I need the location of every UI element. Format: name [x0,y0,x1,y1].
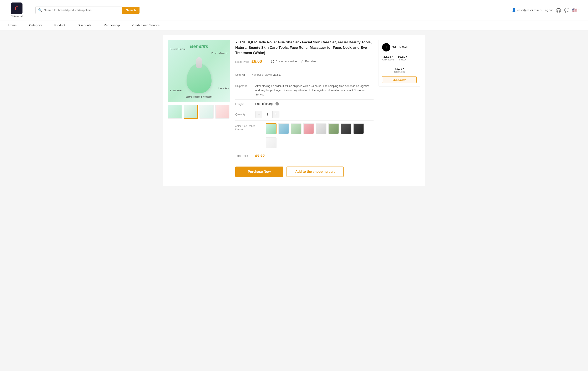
store-total-label: Total Sales [382,70,417,73]
nav-item-credit-loan[interactable]: Credit Loan Service [132,21,160,30]
tiktok-logo: ♪ [382,43,390,52]
main-product-image: Benefits Relieves Fatigue Prevents Wrink… [168,40,230,102]
freight-value-area: Free of charge i [255,102,279,106]
quantity-input[interactable]: 1 [262,111,273,118]
views-label: Number of views [252,73,272,76]
benefit-label-1: Relieves Fatigue [170,48,185,50]
logo-area: C Cdiscount [8,2,25,18]
retail-label: Retail Price [235,60,249,63]
shipment-value: After placing an order, it will be shipp… [255,84,374,97]
color-swatch-7[interactable] [341,123,351,134]
store-total: 71,777 Total Sales [382,64,417,73]
nav-item-category[interactable]: Category [29,21,42,30]
message-icon[interactable]: 💬 [564,8,569,13]
search-area: 🔍 Search [35,6,139,14]
total-label: Total Price [235,154,252,157]
all-products-label: All Products [382,58,394,61]
color-swatch-5[interactable] [316,123,326,134]
user-area: 👤 ceshi@ceshi.com or Log out [512,8,553,12]
stats-row: Sold 65 Number of views 27,827 [235,71,374,79]
flag-icon: 🇺🇸 [572,8,578,13]
logout-link[interactable]: Log out [544,9,553,12]
color-row: color : Ice Roller Green [235,121,374,151]
product-info: YLTNEUQER Jade Roller Gua Sha Set - Faci… [235,40,374,181]
nav-item-home[interactable]: Home [8,21,17,30]
chevron-down-icon: ▾ [578,9,580,12]
sold-stat: Sold 65 [235,73,245,76]
thumbnail-4[interactable] [215,105,230,119]
color-swatch-9[interactable] [266,137,276,148]
add-to-cart-button[interactable]: Add to the shopping cart [286,166,343,177]
nav-item-product[interactable]: Product [54,21,65,30]
color-swatch-1[interactable] [266,123,276,134]
search-icon: 🔍 [38,8,42,12]
user-email: ceshi@ceshi.com [517,9,539,12]
color-options [266,123,374,148]
visit-store-button[interactable]: Visit Store> [382,76,417,83]
customer-service-label: Customer service [276,60,297,63]
thumbnail-1[interactable] [168,105,182,119]
color-swatch-4[interactable] [303,123,314,134]
nav-item-partnership[interactable]: Partnership [104,21,120,30]
user-or: or [540,9,542,12]
headset-small-icon: 🎧 [270,59,274,63]
star-icon: ☆ [301,59,304,63]
favorites-link[interactable]: ☆ Favorites [301,59,316,63]
follow-label: Follow [398,58,407,61]
quantity-increase-button[interactable]: + [273,111,279,118]
follow-value: 10,697 [398,55,407,58]
freight-value: Free of charge [255,102,274,106]
color-swatch-3[interactable] [291,123,302,134]
main-content: Benefits Relieves Fatigue Prevents Wrink… [159,35,429,186]
quantity-decrease-button[interactable]: − [255,111,262,118]
freight-row: Freight Free of charge i [235,100,374,108]
header-right: 👤 ceshi@ceshi.com or Log out 🎧 💬 🇺🇸 ▾ [512,8,580,13]
benefits-title: Benefits [190,44,208,49]
store-stats: 12,787 All Products 10,697 Follow [382,55,417,61]
logo-text: Cdiscount [10,15,23,18]
price-row: Retail Price £6.60 🎧 Customer service ☆ … [235,59,374,67]
color-swatch-6[interactable] [328,123,339,134]
benefit-label-4: Calms Skin [218,87,229,90]
product-images: Benefits Relieves Fatigue Prevents Wrink… [168,40,230,181]
store-name: Tiktok Mall [392,46,408,49]
user-icon: 👤 [512,8,516,12]
thumbnail-2[interactable] [184,105,198,119]
product-tip [196,57,202,68]
search-input-wrap: 🔍 [35,6,122,14]
benefit-label-2: Prevents Wrinkles [211,52,228,55]
views-value: 27,827 [273,73,282,76]
color-swatch-2[interactable] [278,123,289,134]
purchase-now-button[interactable]: Purchase Now [235,166,283,177]
nav-item-discounts[interactable]: Discounts [78,21,91,30]
color-swatch-8[interactable] [353,123,364,134]
nav: Home Category Product Discounts Partners… [0,21,588,31]
thumbnail-3[interactable] [200,105,214,119]
flag-area[interactable]: 🇺🇸 ▾ [572,8,580,13]
follow-stat: 10,697 Follow [398,55,407,61]
retail-price-area: Retail Price £6.60 [235,59,262,64]
favorites-label: Favorites [305,60,316,63]
all-products-stat: 12,787 All Products [382,55,394,61]
search-button[interactable]: Search [122,7,139,14]
search-input[interactable] [44,9,119,12]
freight-label: Freight [235,102,252,106]
store-total-value: 71,777 [382,67,417,70]
customer-service-link[interactable]: 🎧 Customer service [270,59,297,63]
header-icons: 🎧 💬 🇺🇸 ▾ [556,8,580,13]
color-label: color : Ice Roller Green [235,123,262,148]
product-area: Benefits Relieves Fatigue Prevents Wrink… [163,35,425,186]
info-icon[interactable]: i [275,102,279,106]
product-title: YLTNEUQER Jade Roller Gua Sha Set - Faci… [235,40,374,56]
benefit-label-5: Soothe Muscles & Headache [186,96,213,98]
benefit-label-3: Shrinks Pores [169,89,182,92]
views-stat: Number of views 27,827 [252,73,282,76]
headset-icon[interactable]: 🎧 [556,8,561,13]
action-buttons: Purchase Now Add to the shopping cart [235,162,374,181]
total-row: Total Price £6.60 [235,151,374,160]
quantity-label: Quantity [235,113,252,116]
shipment-row: Shipment After placing an order, it will… [235,81,374,100]
product-shape [187,64,211,93]
logo-letter: C [15,5,19,12]
tiktok-icon: ♪ [385,45,387,50]
